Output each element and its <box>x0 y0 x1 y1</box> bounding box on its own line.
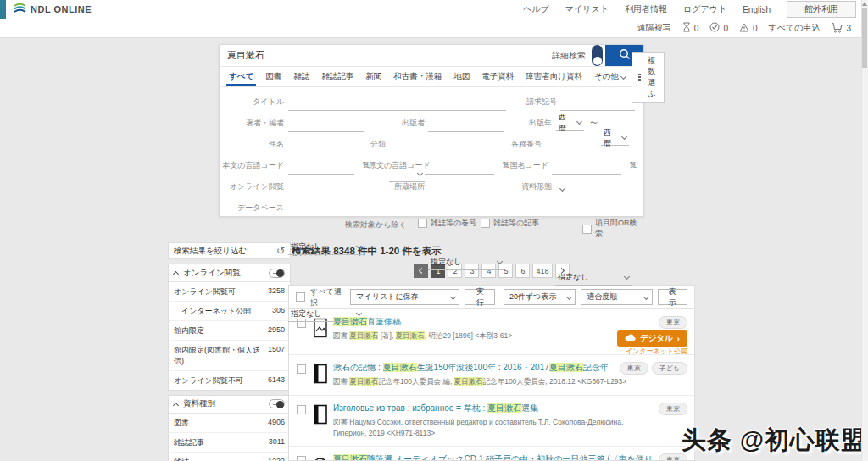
country-code-list-link[interactable]: 一覧 <box>623 158 637 173</box>
select-all-checkbox[interactable] <box>296 292 305 302</box>
database-select[interactable]: 指定なし <box>288 307 364 322</box>
title-text: 直筆俳稿 <box>367 317 401 326</box>
digital-label: デジタル <box>640 333 673 344</box>
tab-material-1[interactable]: 図書 <box>259 67 287 86</box>
meta-text: [著], <box>378 331 395 340</box>
tab-material-8[interactable]: 障害者向け資料 <box>520 67 588 86</box>
result-row: 漱石の記憶 : 夏目漱石生誕150年没後100年 : 2016・2017夏目漱石… <box>289 355 694 396</box>
classification-input[interactable] <box>428 138 504 153</box>
call-number-label: 請求記号 <box>499 94 557 109</box>
facet-item[interactable]: 館内限定(図書館・個人送信)1507 <box>169 341 290 370</box>
tab-material-3[interactable]: 雑誌記事 <box>315 67 359 86</box>
facet-count: 1222 <box>268 457 285 461</box>
pending-requests[interactable]: 0 <box>682 22 699 34</box>
cart-status[interactable]: 3 <box>831 22 851 35</box>
highlighted-term: 夏目漱石 <box>396 331 425 340</box>
search-input[interactable] <box>220 51 552 61</box>
tab-material-2[interactable]: 雑誌 <box>287 67 315 86</box>
tab-material-6[interactable]: 地図 <box>448 67 476 86</box>
publisher-input[interactable] <box>428 117 504 132</box>
online-view-select[interactable]: 指定なし <box>288 240 364 255</box>
material-type-select[interactable]: 指定なし <box>555 270 632 286</box>
chevron-up-icon <box>173 403 179 408</box>
exclude-volume-option[interactable]: 雑誌等の巻号 <box>418 218 476 229</box>
nav-english[interactable]: English <box>743 5 771 14</box>
reset-icon[interactable]: ↺ <box>276 246 285 256</box>
show-button[interactable]: 表示 <box>658 289 688 305</box>
tab-material-4[interactable]: 新聞 <box>359 67 387 86</box>
alert-requests[interactable]: 0 <box>739 23 758 34</box>
ndl-logo[interactable]: NDL ONLINE <box>14 2 92 17</box>
outside-use-button[interactable]: 館外利用 <box>787 1 856 18</box>
corner-accent-strip <box>0 0 6 19</box>
tab-material-7[interactable]: 電子資料 <box>476 67 520 86</box>
facet-item[interactable]: 雑誌記事3011 <box>169 433 290 453</box>
result-checkbox[interactable] <box>297 405 306 414</box>
result-title-link[interactable]: 夏目漱石直筆俳稿 <box>333 316 687 328</box>
done-requests[interactable]: 0 <box>709 22 728 34</box>
done-count: 0 <box>723 24 728 33</box>
nav-user-info[interactable]: 利用者情報 <box>625 3 667 15</box>
nav-logout[interactable]: ログアウト <box>683 3 726 15</box>
pending-count: 0 <box>694 24 699 33</box>
facet-label: 館内限定(図書館・個人送信) <box>174 345 264 365</box>
or-search-checkbox[interactable] <box>582 225 592 234</box>
exclude-article-checkbox[interactable] <box>481 219 490 228</box>
pagination-page-418[interactable]: 418 <box>532 264 552 278</box>
advanced-search-form: タイトル 請求記号 著者・編者 出版者 出版年 西暦 〜 西暦 件名 分類 各種… <box>220 87 643 216</box>
facet-section-1: オンライン閲覧オンライン閲覧可3258インターネット公開306館内限定2950館… <box>168 264 291 391</box>
scrollbar-thumb[interactable] <box>862 8 867 68</box>
exclude-volume-checkbox[interactable] <box>418 219 427 228</box>
location-select[interactable]: 指定なし <box>428 255 504 270</box>
author-input[interactable] <box>288 117 364 132</box>
result-row: 夏目漱石随筆選 オーディオブックCD 1 硝子戸の中・初秋の一日他三篇 (〈声を… <box>289 447 694 461</box>
detail-search-toggle[interactable] <box>592 45 603 66</box>
pagination-page-6[interactable]: 6 <box>515 264 530 278</box>
page-scrollbar[interactable] <box>861 0 868 461</box>
tab-material-9[interactable]: その他 <box>588 67 632 86</box>
pagination-prev[interactable] <box>414 264 428 278</box>
facet-item[interactable]: 館内限定2950 <box>169 321 290 341</box>
call-number-input[interactable] <box>560 96 635 111</box>
meta-text: 図書 <box>333 377 349 386</box>
text-lang-list-link[interactable]: 一覧 <box>356 158 370 173</box>
or-search-option[interactable]: 項目間OR検索 <box>582 218 643 240</box>
result-title-link[interactable]: Изголовье из трав : избранное = 草枕 : 夏目漱… <box>333 403 687 414</box>
result-checkbox[interactable] <box>297 364 306 374</box>
scroll-up-arrow[interactable] <box>862 2 867 6</box>
nav-help[interactable]: ヘルプ <box>523 3 549 15</box>
run-button[interactable]: 実行 <box>465 289 495 305</box>
facet-section-header[interactable]: オンライン閲覧 <box>169 264 290 282</box>
per-page-select[interactable]: 20件ずつ表示 <box>504 289 576 305</box>
nav-mylist[interactable]: マイリスト <box>565 3 609 15</box>
facet-section-header[interactable]: 資料種別 <box>169 396 290 414</box>
exclude-article-option[interactable]: 雑誌等の記事 <box>481 218 539 229</box>
tab-material-5[interactable]: 和古書・漢籍 <box>387 67 448 86</box>
year-from-select[interactable]: 西暦 <box>556 115 584 131</box>
facet-item[interactable]: 図書4906 <box>169 414 290 433</box>
all-requests-link[interactable]: すべての申込 <box>769 22 821 34</box>
facet-section-toggle[interactable] <box>269 399 285 408</box>
remote-copy-link[interactable]: 遠隔複写 <box>637 22 671 34</box>
result-title-link[interactable]: 夏目漱石随筆選 オーディオブックCD 1 硝子戸の中・初秋の一日他三篇 (〈声を… <box>333 453 687 461</box>
facet-item[interactable]: インターネット公開306 <box>169 302 290 321</box>
facet-item[interactable]: 雑誌1222 <box>169 453 290 461</box>
facet-item[interactable]: オンライン閲覧不可6143 <box>169 371 290 390</box>
text-lang-input[interactable] <box>288 159 354 175</box>
numbers-input[interactable] <box>570 138 635 153</box>
subject-input[interactable] <box>288 138 364 153</box>
sort-select[interactable]: 適合度順 <box>581 289 652 305</box>
bulk-action-select[interactable]: マイリストに保存 <box>350 289 459 305</box>
chevron-down-icon <box>576 119 582 125</box>
digital-button[interactable]: デジタル› <box>617 330 687 347</box>
orig-lang-input[interactable] <box>425 159 494 175</box>
facet-section-toggle[interactable] <box>269 269 285 278</box>
country-code-input[interactable] <box>552 159 621 175</box>
result-checkbox[interactable] <box>297 456 306 461</box>
facet-item[interactable]: オンライン閲覧可3258 <box>169 282 290 302</box>
title-input[interactable] <box>288 96 506 111</box>
material-type-label: 資料形態 <box>499 179 552 194</box>
detail-search-link[interactable]: 詳細検索 <box>552 50 586 62</box>
cd-icon <box>312 454 329 461</box>
tab-all[interactable]: すべて <box>223 67 259 86</box>
